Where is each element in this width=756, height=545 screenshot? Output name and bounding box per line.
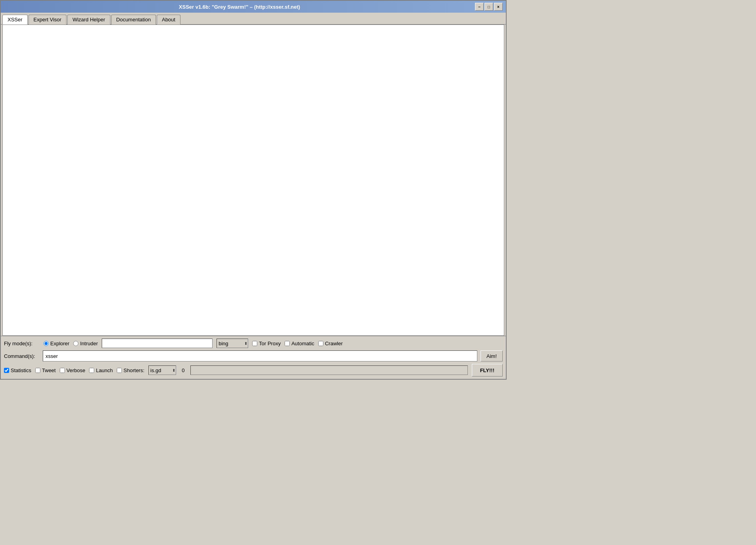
bottom-bar: Fly mode(s): Explorer Intruder bing goog…: [1, 336, 506, 379]
launch-text: Launch: [96, 367, 113, 373]
tweet-label[interactable]: Tweet: [35, 367, 56, 373]
statistics-text: Statistics: [11, 367, 31, 373]
app-window: XSSer v1.6b: "Grey Swarm!" – (http://xss…: [0, 0, 507, 380]
explorer-radio-label[interactable]: Explorer: [44, 341, 69, 346]
shorters-text: Shorters:: [123, 367, 144, 373]
main-content-area: [2, 25, 504, 336]
shorters-select-wrapper: is.gd bit.ly tinyurl ⬍: [148, 365, 176, 375]
tab-about[interactable]: About: [157, 15, 180, 25]
verbose-text: Verbose: [66, 367, 85, 373]
url-input[interactable]: [102, 339, 213, 348]
launch-label[interactable]: Launch: [89, 367, 113, 373]
crawler-checkbox[interactable]: [318, 341, 323, 346]
engine-select[interactable]: bing google yahoo duck: [217, 339, 248, 348]
fly-mode-row: Fly mode(s): Explorer Intruder bing goog…: [4, 339, 503, 348]
tweet-checkbox[interactable]: [35, 368, 40, 373]
fly-mode-label: Fly mode(s):: [4, 341, 40, 346]
verbose-checkbox[interactable]: [60, 368, 65, 373]
stats-row: Statistics Tweet Verbose Launch Shorters…: [4, 364, 503, 377]
tab-expert-visor[interactable]: Expert Visor: [28, 15, 67, 25]
explorer-label: Explorer: [50, 341, 69, 346]
window-title: XSSer v1.6b: "Grey Swarm!" – (http://xss…: [4, 4, 475, 10]
intruder-radio-label[interactable]: Intruder: [73, 341, 98, 346]
close-button[interactable]: ×: [494, 3, 503, 11]
automatic-text: Automatic: [291, 341, 314, 346]
explorer-radio[interactable]: [44, 341, 49, 346]
command-row: Command(s): Aim!: [4, 350, 503, 361]
shorters-select[interactable]: is.gd bit.ly tinyurl: [148, 365, 176, 375]
command-input[interactable]: [43, 350, 477, 361]
title-bar: XSSer v1.6b: "Grey Swarm!" – (http://xss…: [1, 1, 506, 13]
tor-proxy-checkbox[interactable]: [252, 341, 257, 346]
launch-checkbox[interactable]: [89, 368, 94, 373]
verbose-label[interactable]: Verbose: [60, 367, 85, 373]
tab-xsser[interactable]: XSSer: [2, 15, 28, 25]
automatic-label[interactable]: Automatic: [285, 341, 314, 346]
fly-button[interactable]: FLY!!!: [472, 364, 503, 377]
tor-proxy-text: Tor Proxy: [259, 341, 281, 346]
tab-bar: XSSer Expert Visor Wizard Helper Documen…: [1, 13, 506, 25]
automatic-checkbox[interactable]: [285, 341, 290, 346]
maximize-button[interactable]: □: [484, 3, 493, 11]
crawler-text: Crawler: [325, 341, 343, 346]
minimize-button[interactable]: –: [475, 3, 484, 11]
intruder-label: Intruder: [80, 341, 98, 346]
tab-wizard-helper[interactable]: Wizard Helper: [67, 15, 110, 25]
window-controls: – □ ×: [475, 3, 503, 11]
tab-documentation[interactable]: Documentation: [111, 15, 156, 25]
statistics-checkbox[interactable]: [4, 368, 9, 373]
progress-bar: [190, 365, 468, 375]
tweet-text: Tweet: [42, 367, 56, 373]
command-label: Command(s):: [4, 353, 40, 359]
count-display: 0: [180, 367, 186, 373]
aim-button[interactable]: Aim!: [481, 350, 503, 361]
shorters-checkbox[interactable]: [117, 368, 122, 373]
crawler-label[interactable]: Crawler: [318, 341, 343, 346]
tor-proxy-label[interactable]: Tor Proxy: [252, 341, 281, 346]
statistics-label[interactable]: Statistics: [4, 367, 31, 373]
shorters-label: Shorters:: [117, 367, 144, 373]
engine-select-wrapper: bing google yahoo duck ⬍: [217, 339, 248, 348]
intruder-radio[interactable]: [73, 341, 78, 346]
